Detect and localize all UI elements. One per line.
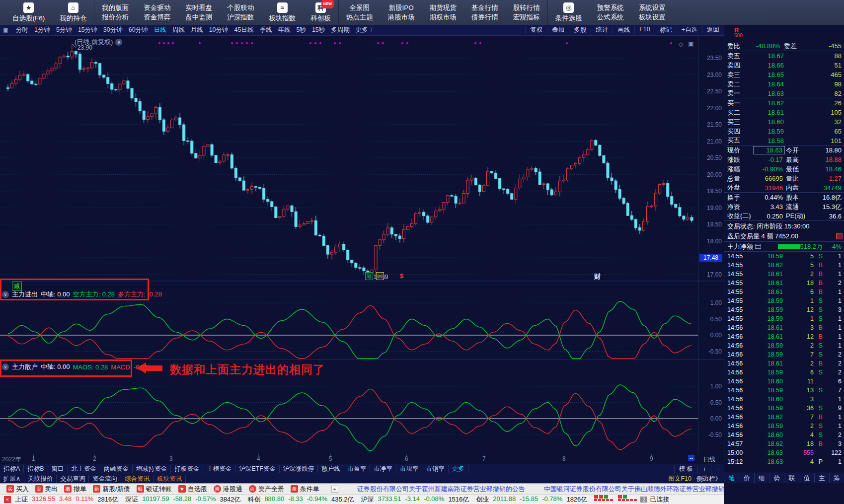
period-周线[interactable]: 周线 bbox=[169, 26, 188, 34]
trade-button-条件单[interactable]: 条条件单 bbox=[291, 485, 319, 494]
period-15分钟[interactable]: 15分钟 bbox=[75, 26, 100, 34]
indicator-tab-市净率[interactable]: 市净率 bbox=[370, 465, 396, 473]
period-更多 〉[interactable]: 更多 〉 bbox=[353, 26, 379, 34]
action-F10[interactable]: F10 bbox=[634, 26, 655, 34]
pane-layout-icon[interactable]: ▣ bbox=[688, 41, 693, 48]
sidebar-tab-势[interactable]: 势 bbox=[769, 473, 784, 483]
action-叠加[interactable]: 叠加 bbox=[547, 26, 569, 34]
list-icon[interactable] bbox=[755, 244, 761, 249]
sidebar-tab-细[interactable]: 细 bbox=[755, 473, 769, 483]
topbar-item-5[interactable]: 个股联动沪深指数 bbox=[220, 0, 261, 25]
action-返回[interactable]: 返回 bbox=[702, 26, 724, 34]
topbar-item-11[interactable]: 基金行情债券行情 bbox=[464, 0, 506, 25]
period-30分钟[interactable]: 30分钟 bbox=[100, 26, 126, 34]
indicator-tab-指标B[interactable]: 指标B bbox=[24, 465, 48, 473]
topbar-item-12[interactable]: 股转行情宏观指标 bbox=[506, 0, 547, 25]
sidebar-tab-联[interactable]: 联 bbox=[784, 473, 799, 483]
indicator-tab-沪深ETF资金[interactable]: 沪深ETF资金 bbox=[235, 465, 280, 473]
action-标记[interactable]: 标记 bbox=[655, 26, 677, 34]
sidebar-tab-笔[interactable]: 笔 bbox=[724, 473, 739, 483]
indicator-tab-散户线[interactable]: 散户线 bbox=[318, 465, 344, 473]
topbar-item-14[interactable]: 预警系统公式系统 bbox=[590, 0, 631, 25]
topbar-item-2[interactable]: 我的版面报价分析 bbox=[94, 0, 136, 25]
sidebar-tab-筹[interactable]: 筹 bbox=[830, 473, 844, 483]
period-5分钟[interactable]: 5分钟 bbox=[53, 26, 75, 34]
info-tab-扩展∧[interactable]: 扩展∧ bbox=[0, 475, 24, 483]
info-tab-综合资讯[interactable]: 综合资讯 bbox=[121, 475, 153, 483]
indicator-tab-市销率[interactable]: 市销率 bbox=[422, 465, 449, 473]
info-tab-关联报价[interactable]: 关联报价 bbox=[24, 475, 57, 483]
sidebar-tab-主[interactable]: 主 bbox=[815, 473, 830, 483]
topbar-item-6[interactable]: ≈板块指数 bbox=[261, 0, 303, 25]
topbar-item-13[interactable]: ◎条件选股 bbox=[547, 0, 590, 25]
period-1分钟[interactable]: 1分钟 bbox=[31, 26, 53, 34]
diamond-marker-icon[interactable]: ◇ bbox=[679, 41, 683, 48]
indicator-tab-市现率[interactable]: 市现率 bbox=[396, 465, 423, 473]
topbar-item-9[interactable]: 新股IPO港股市场 bbox=[381, 0, 422, 25]
topbar-item-0[interactable]: ★自选股(F6) bbox=[5, 0, 52, 25]
template-control[interactable]: − bbox=[711, 466, 724, 473]
index-沪深[interactable]: 沪深3733.51-3.14-0.08%1516亿 bbox=[361, 495, 469, 504]
news-link[interactable]: 证券股份有限公司关于霍州新建南路证券营业部撤销的公告 bbox=[357, 485, 525, 494]
chart-area[interactable]: 23.9016.89 (日线.前复权) ∨ ◇ ▣ 港回$财 减∨主力进出中轴:… bbox=[0, 36, 724, 454]
indicator-tab-上榜资金[interactable]: 上榜资金 bbox=[203, 465, 235, 473]
action-画线[interactable]: 画线 bbox=[613, 26, 634, 34]
indicator-tab-北上资金[interactable]: 北上资金 bbox=[68, 465, 100, 473]
index-科创[interactable]: 科创880.80-8.33-0.94%435.2亿 bbox=[247, 495, 354, 504]
period-45日线[interactable]: 45日线 bbox=[231, 26, 257, 34]
trade-button-新股/新债[interactable]: 新新股/新债 bbox=[93, 485, 130, 494]
trade-button-港股通[interactable]: 港港股通 bbox=[214, 485, 242, 494]
period-日线[interactable]: 日线 bbox=[151, 26, 169, 34]
info-tab-交易查询[interactable]: 交易查询 bbox=[57, 475, 89, 483]
news-link[interactable]: 中国银河证券股份有限公司关于佛山顺德外环路证券营业部撤销的公告 bbox=[544, 485, 744, 494]
indicator-tab-两融资金[interactable]: 两融资金 bbox=[100, 465, 133, 473]
action-统计[interactable]: 统计 bbox=[591, 26, 613, 34]
indicator-tab-更多[interactable]: 更多 bbox=[449, 465, 468, 473]
index-深证[interactable]: 深证10197.59-58.28-0.57%3842亿 bbox=[125, 495, 240, 504]
collapse-icon[interactable]: « bbox=[4, 496, 11, 503]
sidebar-tab-价[interactable]: 价 bbox=[739, 473, 754, 483]
sidebar-toggle-button[interactable]: 侧边栏》 bbox=[694, 475, 724, 483]
indicator-tab-窗口[interactable]: 窗口 bbox=[48, 465, 68, 473]
sidebar-tab-值[interactable]: 值 bbox=[799, 473, 814, 483]
trade-button-银证转账[interactable]: 银银证转账 bbox=[137, 485, 172, 494]
candlestick-and-oscillator-chart[interactable]: 23.9016.89 bbox=[0, 36, 724, 454]
period-5秒[interactable]: 5秒 bbox=[293, 26, 308, 34]
index-创业[interactable]: 创业2011.88-15.85-0.78%1826亿 bbox=[476, 495, 587, 504]
trade-button-资产全景[interactable]: ◎资产全景 bbox=[249, 485, 284, 494]
info-tab-资金流向[interactable]: 资金流向 bbox=[89, 475, 121, 483]
topbar-item-7[interactable]: 科NEW科创板 bbox=[303, 0, 338, 25]
indicator-tab-市盈率[interactable]: 市盈率 bbox=[344, 465, 371, 473]
period-月线[interactable]: 月线 bbox=[188, 26, 206, 34]
trade-button-买入[interactable]: 买买入 bbox=[6, 485, 29, 494]
topbar-item-10[interactable]: 期货现货期权市场 bbox=[422, 0, 464, 25]
action-+自选[interactable]: +自选 bbox=[677, 26, 702, 34]
period-10分钟[interactable]: 10分钟 bbox=[206, 26, 231, 34]
indicator-tab-指标A[interactable]: 指标A bbox=[0, 465, 24, 473]
topbar-item-4[interactable]: 实时看盘盘中监测 bbox=[178, 0, 220, 25]
period-多周期[interactable]: 多周期 bbox=[328, 26, 353, 34]
trade-button-卖出[interactable]: 卖卖出 bbox=[35, 485, 58, 494]
info-tab-板块资讯[interactable]: 板块资讯 bbox=[153, 475, 186, 483]
period-年线[interactable]: 年线 bbox=[275, 26, 293, 34]
action-复权[interactable]: 复权 bbox=[525, 26, 547, 34]
topbar-item-3[interactable]: 资金驱动资金博弈 bbox=[136, 0, 178, 25]
indicator-tab-增减持资金[interactable]: 增减持资金 bbox=[133, 465, 171, 473]
trade-button-撤单[interactable]: 撤撤单 bbox=[64, 485, 86, 494]
topbar-item-1[interactable]: ⌂我的持仓 bbox=[52, 0, 94, 25]
template-control[interactable]: 模 板 bbox=[674, 465, 697, 473]
indicator-tab-沪深涨跌停[interactable]: 沪深涨跌停 bbox=[280, 465, 318, 473]
topbar-item-15[interactable]: 系统设置板块设置 bbox=[631, 0, 673, 25]
period-15秒[interactable]: 15秒 bbox=[309, 26, 328, 34]
f10-button[interactable]: 图文F10 bbox=[666, 475, 694, 483]
split-screen-icon[interactable]: ▣ bbox=[3, 27, 10, 33]
template-control[interactable]: + bbox=[697, 466, 710, 473]
trade-button-自选股[interactable]: ★自选股 bbox=[178, 485, 207, 494]
add-icon[interactable]: + bbox=[331, 486, 338, 493]
period-季线[interactable]: 季线 bbox=[256, 26, 275, 34]
bar-chart-icon[interactable] bbox=[836, 233, 843, 239]
index-上证[interactable]: 上证3126.553.480.11%2816亿 bbox=[15, 495, 118, 504]
topbar-item-8[interactable]: 全景图热点主题 bbox=[338, 0, 381, 25]
period-分时[interactable]: 分时 bbox=[13, 26, 31, 34]
indicator-tab-打板资金[interactable]: 打板资金 bbox=[171, 465, 203, 473]
